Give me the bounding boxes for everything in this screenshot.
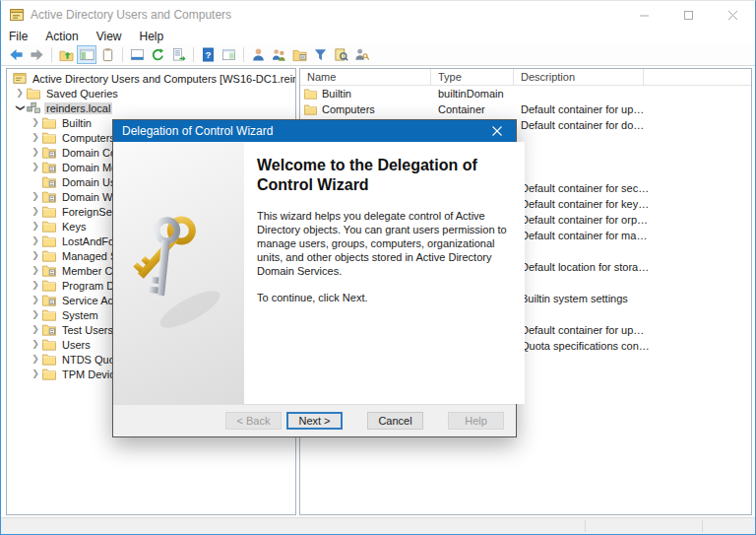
tree-item-saved-queries[interactable]: ❯Saved Queries (7, 86, 295, 100)
chevron-collapsed-icon[interactable]: ❯ (29, 278, 42, 293)
folder-icon (42, 116, 57, 129)
chevron-collapsed-icon[interactable]: ❯ (29, 189, 42, 204)
new-user-icon[interactable] (248, 45, 268, 64)
tree-item-label: Keys (60, 221, 88, 233)
folder-icon (42, 131, 57, 144)
title-bar: Active Directory Users and Computers (1, 1, 755, 29)
folder-icon (42, 368, 57, 380)
tree-item-label: Test Users (60, 324, 115, 336)
window-dialog-icon[interactable] (127, 45, 147, 64)
ou-icon (42, 264, 57, 277)
dialog-body: Welcome to the Delegation of Control Wiz… (113, 142, 516, 404)
dialog-title-bar: Delegation of Control Wizard (113, 120, 516, 142)
chevron-collapsed-icon[interactable]: ❯ (29, 115, 42, 130)
row-description: Default container for up… (514, 324, 735, 336)
toolbar-separator (193, 47, 194, 62)
up-one-level-icon[interactable] (56, 45, 76, 64)
chevron-collapsed-icon[interactable]: ❯ (29, 145, 42, 160)
toolbar: ? (1, 44, 755, 66)
tree-item-label: reinders.local (44, 102, 112, 114)
row-description: Default container for sec… (514, 182, 735, 194)
chevron-collapsed-icon[interactable]: ❯ (29, 263, 42, 278)
new-ou-icon[interactable] (289, 45, 309, 64)
row-name: Builtin (322, 88, 351, 100)
dialog-content: Welcome to the Delegation of Control Wiz… (244, 142, 525, 404)
svg-text:?: ? (205, 49, 211, 60)
chevron-collapsed-icon[interactable]: ❯ (29, 219, 42, 234)
wizard-heading: Welcome to the Delegation of Control Wiz… (257, 156, 509, 195)
tree-item-active-directory-users-and-computers-ws16-dc1-reinders-local[interactable]: Active Directory Users and Computers [WS… (7, 71, 295, 86)
chevron-collapsed-icon[interactable]: ❯ (29, 293, 42, 307)
chevron-collapsed-icon[interactable]: ❯ (13, 86, 27, 100)
delegate-control-icon[interactable] (351, 45, 371, 64)
ou-icon (42, 175, 57, 188)
refresh-icon[interactable] (148, 45, 167, 64)
tree-item-label: Builtin (60, 117, 94, 129)
tree-item-label: Saved Queries (44, 88, 120, 100)
chevron-collapsed-icon[interactable]: ❯ (29, 367, 42, 381)
tree-item-label: Computers (60, 132, 117, 144)
chevron-collapsed-icon[interactable]: ❯ (29, 248, 42, 263)
chevron-collapsed-icon[interactable]: ❯ (29, 234, 42, 248)
chevron-collapsed-icon[interactable]: ❯ (29, 307, 42, 322)
folder-icon (42, 220, 57, 233)
ou-icon (42, 161, 57, 173)
menu-item-view[interactable]: View (88, 30, 131, 43)
tree-item-label: Active Directory Users and Computers [WS… (31, 73, 296, 85)
status-divider (702, 520, 703, 532)
chevron-collapsed-icon[interactable]: ❯ (29, 160, 42, 174)
row-description: Quota specifications con… (514, 340, 735, 352)
list-row-computers[interactable]: ComputersContainerDefault container for … (300, 101, 751, 117)
chevron-collapsed-icon[interactable]: ❯ (29, 204, 42, 219)
folder-icon (42, 338, 57, 351)
row-description: Default container for ma… (514, 230, 735, 241)
cancel-button[interactable]: Cancel (367, 412, 423, 430)
export-list-icon[interactable] (168, 45, 188, 64)
status-divider (585, 520, 586, 532)
minimize-button[interactable] (622, 1, 666, 29)
forward-icon[interactable] (27, 45, 46, 64)
folder-icon (27, 87, 41, 100)
menu-bar: FileActionViewHelp (1, 29, 755, 44)
ou-icon (42, 190, 57, 203)
folder-icon (42, 353, 57, 366)
folder-icon (42, 234, 57, 247)
app-icon (9, 7, 25, 23)
back-icon[interactable] (6, 45, 26, 64)
domain-icon (27, 101, 41, 114)
find-icon[interactable] (331, 45, 350, 64)
chevron-collapsed-icon[interactable]: ❯ (29, 322, 42, 337)
wizard-note: To continue, click Next. (257, 292, 509, 303)
chevron-expanded-icon[interactable]: ❯ (13, 101, 28, 115)
new-window-icon[interactable] (219, 45, 238, 64)
close-button[interactable] (711, 1, 755, 29)
help-button[interactable]: Help (448, 412, 504, 430)
dialog-close-icon[interactable] (484, 120, 510, 142)
tree-item-label: System (60, 309, 100, 321)
chevron-collapsed-icon[interactable]: ❯ (29, 352, 42, 367)
folder-icon (42, 308, 57, 321)
menu-item-action[interactable]: Action (36, 30, 87, 43)
properties-icon[interactable] (97, 45, 117, 64)
window-title: Active Directory Users and Computers (31, 8, 622, 22)
wizard-description: This wizard helps you delegate control o… (257, 209, 509, 278)
toolbar-separator (51, 47, 52, 62)
column-header-description[interactable]: Description (514, 69, 644, 85)
row-description: Default container for do… (514, 119, 735, 131)
row-type: builtinDomain (431, 88, 514, 100)
column-header-type[interactable]: Type (431, 69, 514, 85)
tree-item-reinders-local[interactable]: ❯reinders.local (7, 100, 295, 115)
chevron-collapsed-icon[interactable]: ❯ (29, 337, 42, 352)
list-row-builtin[interactable]: BuiltinbuiltinDomain (300, 86, 751, 101)
chevron-collapsed-icon[interactable]: ❯ (29, 130, 42, 145)
show-console-tree-icon[interactable] (77, 45, 96, 64)
menu-item-file[interactable]: File (9, 30, 36, 43)
column-header-name[interactable]: Name (300, 69, 431, 85)
next-button[interactable]: Next > (286, 412, 343, 430)
menu-item-help[interactable]: Help (131, 30, 173, 43)
new-group-icon[interactable] (269, 45, 288, 64)
filter-icon[interactable] (310, 45, 330, 64)
maximize-button[interactable] (666, 1, 711, 29)
back-button[interactable]: < Back (225, 412, 282, 430)
help-icon[interactable]: ? (198, 45, 218, 64)
